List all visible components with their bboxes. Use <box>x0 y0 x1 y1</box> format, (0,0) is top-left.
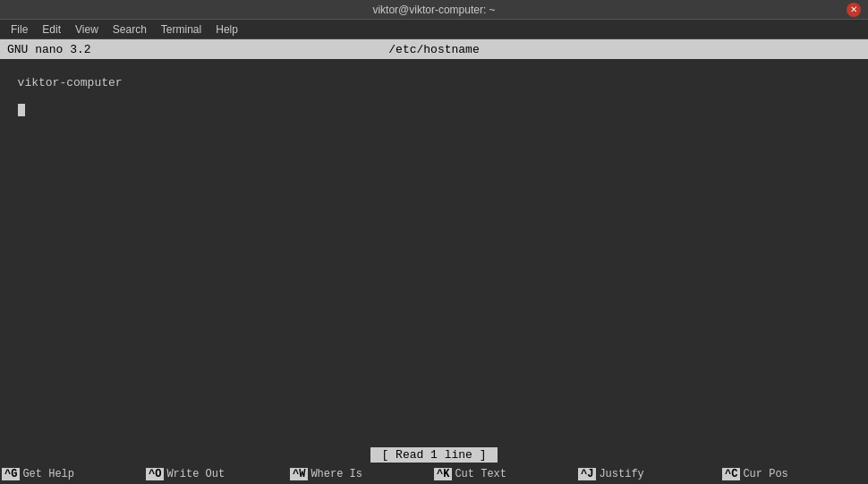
menubar-item-search[interactable]: Search <box>106 21 154 38</box>
menubar-item-file[interactable]: File <box>4 21 35 38</box>
shortcut-item: ^JJustify <box>578 468 722 480</box>
shortcut-label: Cur Pos <box>743 468 787 480</box>
shortcut-item: ^GGet Help <box>2 468 146 480</box>
menubar-item-help[interactable]: Help <box>208 21 245 38</box>
editor-area[interactable]: viktor-computer <box>0 59 868 445</box>
shortcut-item: ^KCut Text <box>434 468 578 480</box>
menubar-item-terminal[interactable]: Terminal <box>154 21 208 38</box>
nano-filename: /etc/hostname <box>221 43 648 56</box>
text-cursor <box>18 104 25 116</box>
shortcut-key[interactable]: ^C <box>722 468 740 480</box>
titlebar-title: viktor@viktor-computer: ~ <box>21 4 847 16</box>
titlebar: viktor@viktor-computer: ~ ✕ <box>0 0 868 20</box>
shortcut-key[interactable]: ^W <box>290 468 308 480</box>
editor-content: viktor-computer <box>18 76 123 89</box>
shortcut-label: Where Is <box>311 468 362 480</box>
shortcut-item: ^OWrite Out <box>146 468 290 480</box>
shortcut-item: ^WWhere Is <box>290 468 434 480</box>
shortcut-key[interactable]: ^J <box>578 468 596 480</box>
statusbar: [ Read 1 line ] <box>0 445 868 464</box>
menubar-item-view[interactable]: View <box>68 21 106 38</box>
nano-header: GNU nano 3.2 /etc/hostname <box>0 39 868 59</box>
menubar: FileEditViewSearchTerminalHelp <box>0 20 868 39</box>
shortcut-label: Get Help <box>22 468 74 480</box>
shortcut-label: Justify <box>599 468 643 480</box>
menubar-item-edit[interactable]: Edit <box>35 21 68 38</box>
shortcut-bar-1: ^GGet Help^OWrite Out^WWhere Is^KCut Tex… <box>0 464 868 484</box>
shortcut-key[interactable]: ^K <box>434 468 452 480</box>
shortcut-item: ^CCur Pos <box>722 468 866 480</box>
shortcut-key[interactable]: ^G <box>2 468 20 480</box>
nano-version: GNU nano 3.2 <box>7 43 221 56</box>
shortcut-label: Cut Text <box>455 468 506 480</box>
status-message: [ Read 1 line ] <box>370 447 497 463</box>
shortcut-label: Write Out <box>166 468 225 480</box>
shortcut-key[interactable]: ^O <box>146 468 164 480</box>
close-button[interactable]: ✕ <box>847 3 861 17</box>
